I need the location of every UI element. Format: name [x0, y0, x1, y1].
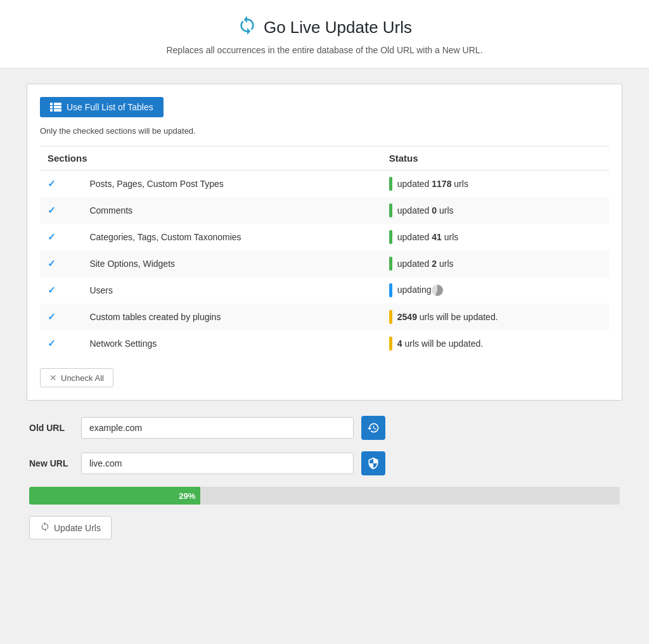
- status-indicator-bar: [389, 203, 392, 217]
- row-status: updated 2 urls: [382, 250, 609, 277]
- progress-container: 29%: [29, 487, 620, 505]
- row-status: updated 1178 urls: [382, 171, 609, 198]
- row-checkbox[interactable]: ✓: [40, 330, 82, 357]
- row-section-name: Network Settings: [82, 330, 381, 357]
- row-section-name: Custom tables created by plugins: [82, 304, 381, 330]
- status-text: updated 0 urls: [397, 205, 454, 216]
- page-header: Go Live Update Urls Replaces all occurre…: [0, 0, 649, 68]
- checkmark-icon: ✓: [48, 311, 56, 322]
- row-checkbox[interactable]: ✓: [40, 197, 82, 224]
- row-status: updated 0 urls: [382, 197, 609, 224]
- checkmark-icon: ✓: [48, 285, 56, 295]
- status-indicator-bar: [389, 283, 392, 297]
- status-text: updated 2 urls: [397, 259, 454, 269]
- status-text: updated 1178 urls: [397, 179, 468, 189]
- update-urls-label: Update Urls: [54, 523, 101, 533]
- row-section-name: Categories, Tags, Custom Taxonomies: [82, 224, 381, 250]
- row-status: 4 urls will be updated.: [382, 330, 609, 357]
- row-status: updating: [382, 277, 609, 304]
- checkmark-icon: ✓: [48, 231, 56, 242]
- spinner-icon: [432, 285, 443, 296]
- row-section-name: Users: [82, 277, 381, 304]
- new-url-shield-button[interactable]: [361, 451, 385, 475]
- spinner-icon: [40, 522, 50, 534]
- x-icon: ✕: [49, 373, 57, 383]
- table-row: ✓Posts, Pages, Custom Post Typesupdated …: [40, 171, 609, 198]
- row-section-name: Posts, Pages, Custom Post Types: [82, 171, 381, 198]
- checkmark-icon: ✓: [48, 258, 56, 269]
- row-section-name: Site Options, Widgets: [82, 250, 381, 277]
- new-url-label: New URL: [29, 458, 74, 468]
- progress-label: 29%: [179, 491, 195, 501]
- status-text: 2549 urls will be updated.: [397, 312, 498, 322]
- page-title: Go Live Update Urls: [13, 15, 636, 40]
- old-url-input[interactable]: [81, 417, 354, 439]
- status-indicator-bar: [389, 310, 392, 324]
- status-text: updating: [397, 285, 443, 296]
- status-header: Status: [382, 146, 609, 171]
- svg-rect-1: [54, 103, 61, 105]
- sections-table: Sections Status ✓Posts, Pages, Custom Po…: [40, 146, 609, 357]
- use-full-list-label: Use Full List of Tables: [67, 102, 153, 112]
- sections-header: Sections: [40, 146, 382, 171]
- status-indicator-bar: [389, 230, 392, 244]
- row-section-name: Comments: [82, 197, 381, 224]
- checkmark-icon: ✓: [48, 205, 56, 216]
- title-text: Go Live Update Urls: [264, 18, 412, 37]
- table-row: ✓Network Settings4 urls will be updated.: [40, 330, 609, 357]
- old-url-history-button[interactable]: [361, 416, 385, 440]
- uncheck-all-label: Uncheck All: [61, 373, 104, 383]
- old-url-label: Old URL: [29, 423, 74, 433]
- new-url-row: New URL: [29, 451, 620, 475]
- checkmark-icon: ✓: [48, 178, 56, 189]
- table-row: ✓Site Options, Widgetsupdated 2 urls: [40, 250, 609, 277]
- use-full-list-button[interactable]: Use Full List of Tables: [40, 97, 164, 117]
- table-row: ✓Usersupdating: [40, 277, 609, 304]
- status-text: updated 41 urls: [397, 232, 459, 242]
- table-row: ✓Categories, Tags, Custom Taxonomiesupda…: [40, 224, 609, 250]
- svg-rect-4: [50, 109, 53, 112]
- row-checkbox[interactable]: ✓: [40, 304, 82, 330]
- checkmark-icon: ✓: [48, 338, 56, 349]
- svg-rect-2: [50, 106, 53, 108]
- row-checkbox[interactable]: ✓: [40, 277, 82, 304]
- only-checked-text: Only the checked sections will be update…: [40, 126, 609, 136]
- update-urls-button[interactable]: Update Urls: [29, 516, 112, 539]
- status-indicator-bar: [389, 337, 392, 351]
- progress-bar: 29%: [29, 487, 200, 505]
- row-checkbox[interactable]: ✓: [40, 171, 82, 198]
- row-status: 2549 urls will be updated.: [382, 304, 609, 330]
- main-content: Use Full List of Tables Only the checked…: [14, 84, 635, 539]
- uncheck-all-button[interactable]: ✕ Uncheck All: [40, 368, 113, 387]
- svg-rect-3: [54, 106, 61, 108]
- new-url-input[interactable]: [81, 453, 354, 474]
- old-url-row: Old URL: [29, 416, 620, 440]
- status-text: 4 urls will be updated.: [397, 338, 483, 349]
- url-form: Old URL New URL 29%: [27, 416, 622, 539]
- svg-rect-0: [50, 103, 53, 105]
- status-indicator-bar: [389, 177, 392, 191]
- row-status: updated 41 urls: [382, 224, 609, 250]
- svg-rect-5: [54, 109, 61, 112]
- table-row: ✓Custom tables created by plugins2549 ur…: [40, 304, 609, 330]
- header-subtitle: Replaces all occurrences in the entire d…: [13, 45, 636, 55]
- row-checkbox[interactable]: ✓: [40, 224, 82, 250]
- table-row: ✓Commentsupdated 0 urls: [40, 197, 609, 224]
- row-checkbox[interactable]: ✓: [40, 250, 82, 277]
- refresh-icon: [237, 15, 257, 40]
- sections-card: Use Full List of Tables Only the checked…: [27, 84, 622, 401]
- status-indicator-bar: [389, 257, 392, 271]
